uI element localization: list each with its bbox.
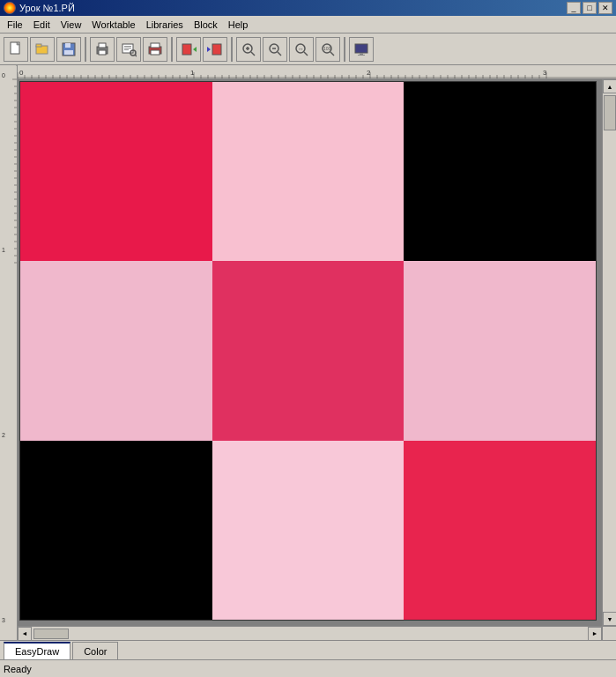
svg-rect-37 xyxy=(360,53,363,55)
open-button[interactable] xyxy=(30,37,55,62)
svg-text:↔: ↔ xyxy=(298,46,304,52)
menu-help[interactable]: Help xyxy=(223,16,254,33)
zoom-in-button[interactable] xyxy=(236,37,261,62)
toolbar: ↔ 100 xyxy=(0,33,616,65)
scroll-h-track[interactable] xyxy=(32,627,588,641)
svg-text:0: 0 xyxy=(2,72,5,78)
close-button[interactable]: ✕ xyxy=(598,2,612,14)
application-window: Урок №1.РЙ _ □ ✕ File Edit View Worktabl… xyxy=(0,0,616,677)
menu-libraries[interactable]: Libraries xyxy=(141,16,189,33)
tab-easydraw[interactable]: EasyDraw xyxy=(4,642,71,659)
print2-button[interactable] xyxy=(143,37,167,62)
svg-rect-3 xyxy=(36,44,41,47)
svg-rect-18 xyxy=(151,50,160,55)
svg-text:1: 1 xyxy=(2,247,5,253)
cell-1-1 xyxy=(212,261,404,440)
vertical-scrollbar[interactable]: ▲ ▼ xyxy=(602,79,616,626)
separator-1 xyxy=(85,37,86,62)
new-button[interactable] xyxy=(4,37,28,62)
svg-rect-17 xyxy=(151,43,160,48)
maximize-button[interactable]: □ xyxy=(583,2,597,14)
svg-text:2: 2 xyxy=(2,432,5,438)
status-text: Ready xyxy=(4,664,32,674)
menu-bar: File Edit View Worktable Libraries Block… xyxy=(0,16,616,33)
save-button[interactable] xyxy=(56,37,81,62)
zoom-fit-button[interactable]: ↔ xyxy=(289,37,314,62)
cell-0-0 xyxy=(20,82,212,261)
cell-2-2 xyxy=(404,441,596,620)
svg-text:3: 3 xyxy=(2,617,5,623)
separator-3 xyxy=(231,37,233,62)
scroll-right-button[interactable]: ► xyxy=(588,627,602,641)
cell-1-2 xyxy=(404,261,596,440)
svg-rect-12 xyxy=(124,48,131,48)
svg-rect-38 xyxy=(358,55,365,56)
title-bar-left: Урок №1.РЙ xyxy=(4,2,75,14)
horizontal-ruler: 1 2 3 0 xyxy=(18,65,616,79)
svg-text:3: 3 xyxy=(543,69,547,77)
drawing-canvas[interactable] xyxy=(18,79,602,626)
scroll-up-button[interactable]: ▲ xyxy=(603,79,616,93)
canvas-and-scroll: ▲ ▼ xyxy=(18,79,616,626)
svg-line-24 xyxy=(251,52,255,56)
import-button[interactable] xyxy=(176,37,201,62)
scroll-h-thumb[interactable] xyxy=(33,629,69,639)
svg-text:2: 2 xyxy=(367,69,371,77)
svg-rect-19 xyxy=(182,44,191,55)
svg-rect-72 xyxy=(18,65,616,79)
cell-1-0 xyxy=(20,261,212,440)
print-button[interactable] xyxy=(90,37,115,62)
app-icon xyxy=(4,2,16,14)
svg-line-34 xyxy=(330,52,334,56)
vertical-ruler: 0 1 2 3 xyxy=(0,65,18,640)
svg-rect-5 xyxy=(65,43,71,48)
svg-marker-22 xyxy=(207,47,211,52)
minimize-button[interactable]: _ xyxy=(567,2,581,14)
status-bar: Ready xyxy=(0,659,616,677)
scroll-corner xyxy=(602,627,616,641)
zoom-100-button[interactable]: 100 xyxy=(315,37,340,62)
svg-marker-20 xyxy=(193,47,197,52)
tab-bar: EasyDraw Color xyxy=(0,640,616,659)
preview-button[interactable] xyxy=(116,37,141,62)
scroll-down-button[interactable]: ▼ xyxy=(603,612,616,626)
menu-file[interactable]: File xyxy=(2,16,28,33)
svg-rect-39 xyxy=(0,65,18,640)
title-bar-text: Урок №1.РЙ xyxy=(19,3,75,13)
scroll-left-button[interactable]: ◄ xyxy=(18,627,32,641)
svg-line-28 xyxy=(278,52,281,56)
title-bar: Урок №1.РЙ _ □ ✕ xyxy=(0,0,616,16)
scroll-v-track[interactable] xyxy=(603,93,616,612)
svg-text:0: 0 xyxy=(19,69,24,77)
svg-rect-21 xyxy=(212,44,221,55)
menu-view[interactable]: View xyxy=(56,16,87,33)
svg-line-15 xyxy=(135,55,137,56)
cell-2-0 xyxy=(20,441,212,620)
svg-rect-8 xyxy=(99,43,106,48)
zoom-out-button[interactable] xyxy=(263,37,287,62)
svg-text:1: 1 xyxy=(190,69,195,77)
horizontal-scrollbar[interactable]: ◄ ► xyxy=(18,626,616,640)
menu-edit[interactable]: Edit xyxy=(28,16,56,33)
separator-4 xyxy=(344,37,345,62)
menu-block[interactable]: Block xyxy=(189,16,223,33)
tab-color[interactable]: Color xyxy=(72,642,118,659)
ruler-h-svg: 1 2 3 0 xyxy=(18,65,616,79)
svg-rect-11 xyxy=(124,46,131,47)
svg-rect-13 xyxy=(124,49,129,50)
svg-line-31 xyxy=(304,52,308,56)
display-button[interactable] xyxy=(349,37,374,62)
svg-rect-9 xyxy=(99,50,106,55)
cell-0-2 xyxy=(404,82,596,261)
ruler-v-svg: 0 1 2 3 xyxy=(0,65,18,640)
right-content: 1 2 3 0 xyxy=(18,65,616,640)
svg-text:100: 100 xyxy=(323,46,331,51)
svg-rect-36 xyxy=(355,44,367,53)
cell-2-1 xyxy=(212,441,404,620)
svg-rect-6 xyxy=(64,50,73,55)
title-bar-controls: _ □ ✕ xyxy=(567,2,612,14)
scroll-v-thumb[interactable] xyxy=(604,95,616,130)
separator-2 xyxy=(171,37,173,62)
menu-worktable[interactable]: Worktable xyxy=(86,16,140,33)
export-button[interactable] xyxy=(203,37,227,62)
